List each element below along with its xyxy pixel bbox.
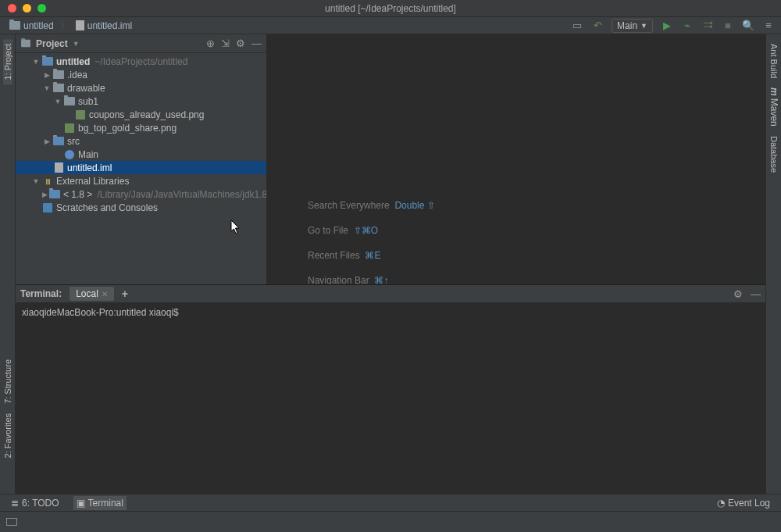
tree-row[interactable]: bg_top_gold_share.png	[16, 121, 266, 134]
tree-row[interactable]: ▶< 1.8 >/Library/Java/JavaVirtualMachine…	[16, 187, 266, 201]
tool-database-tab[interactable]: Database	[769, 131, 779, 177]
folder-icon	[53, 137, 64, 145]
log-icon: ◔	[717, 498, 725, 509]
folder-icon	[9, 21, 20, 30]
breadcrumb-item-project[interactable]: untitled	[6, 19, 57, 33]
class-icon	[65, 150, 74, 159]
project-icon	[21, 40, 30, 47]
tool-window-toggle-icon[interactable]	[6, 518, 17, 526]
panel-title-label: Project	[36, 38, 68, 49]
tree-row[interactable]: ▼untitled~/IdeaProjects/untitled	[16, 55, 266, 68]
expand-arrow-icon[interactable]: ▼	[31, 177, 41, 185]
expand-arrow-icon[interactable]: ▼	[31, 58, 41, 66]
device-icon[interactable]: ▭	[571, 20, 583, 32]
breadcrumb-separator-icon: 〉	[60, 19, 70, 32]
tree-node-label: untitled	[56, 56, 90, 67]
hide-panel-icon[interactable]: —	[251, 38, 262, 48]
titlebar: untitled [~/IdeaProjects/untitled]	[0, 0, 781, 17]
collapse-icon[interactable]: ⇲	[221, 38, 230, 48]
file-icon	[76, 20, 84, 30]
hide-panel-icon[interactable]: —	[751, 289, 761, 299]
tree-row[interactable]: Main	[16, 148, 266, 161]
gear-icon[interactable]: ⚙	[236, 38, 245, 48]
editor-tip: Search Everywhere Double ⇧	[308, 200, 435, 211]
search-icon[interactable]: 🔍	[742, 20, 754, 32]
breadcrumb: untitled 〉 untitled.iml	[6, 19, 135, 33]
settings-button[interactable]: ≡	[762, 20, 775, 32]
terminal-title: Terminal:	[20, 288, 62, 299]
tip-shortcut: ⇧⌘O	[354, 225, 378, 236]
tree-node-label: < 1.8 >	[63, 189, 92, 200]
tree-row[interactable]: ▼sub1	[16, 95, 266, 108]
expand-arrow-icon[interactable]: ▼	[42, 84, 52, 92]
todo-tab[interactable]: ≣ 6: TODO	[8, 496, 62, 510]
tip-shortcut: Double ⇧	[394, 200, 434, 211]
bottom-toolbar: ≣ 6: TODO ▣ Terminal ◔ Event Log	[0, 494, 781, 511]
tree-node-label: Main	[78, 149, 98, 160]
tree-row[interactable]: untitled.iml	[16, 161, 266, 174]
chevron-down-icon: ▼	[73, 40, 80, 48]
locate-icon[interactable]: ⊕	[206, 38, 215, 48]
expand-arrow-icon[interactable]: ▶	[42, 191, 48, 198]
tree-node-label: src	[67, 136, 80, 147]
run-button[interactable]: ▶	[661, 20, 673, 32]
panel-title[interactable]: Project ▼	[20, 38, 80, 49]
tool-maven-tab[interactable]: m Maven	[769, 83, 779, 131]
back-icon[interactable]: ↶	[591, 20, 604, 32]
library-icon: ⫼	[45, 177, 52, 185]
tool-project-tab[interactable]: 1: Project	[3, 39, 12, 84]
terminal-tab[interactable]: ▣ Terminal	[73, 496, 127, 510]
chevron-down-icon: ▼	[640, 22, 647, 30]
expand-arrow-icon[interactable]: ▼	[53, 98, 62, 105]
tip-label: Recent Files	[308, 250, 360, 261]
status-bar	[0, 511, 781, 532]
run-config-label: Main	[617, 20, 637, 31]
editor-tip: Go to File ⇧⌘O	[308, 225, 435, 236]
tool-structure-tab[interactable]: 7: Structure	[3, 355, 12, 409]
run-config-selector[interactable]: Main ▼	[612, 19, 653, 33]
stop-button[interactable]: ■	[722, 20, 734, 32]
image-file-icon	[76, 110, 85, 120]
tip-label: Search Everywhere	[308, 200, 390, 211]
event-log-tab[interactable]: ◔ Event Log	[714, 496, 773, 510]
expand-arrow-icon[interactable]: ▶	[42, 71, 52, 79]
terminal-output[interactable]: xiaoqideMacBook-Pro:untitled xiaoqi$	[16, 302, 765, 323]
event-log-label: Event Log	[728, 498, 770, 509]
tree-row[interactable]: ▼drawable	[16, 81, 266, 95]
terminal-prompt: xiaoqideMacBook-Pro:untitled xiaoqi$	[22, 307, 179, 318]
tool-favorites-tab[interactable]: 2: Favorites	[3, 409, 12, 462]
tree-row[interactable]: ▶.idea	[16, 68, 266, 81]
expand-arrow-icon[interactable]: ▶	[42, 137, 52, 145]
image-file-icon	[65, 123, 74, 133]
terminal-add-tab[interactable]: +	[122, 287, 128, 300]
close-icon[interactable]: ✕	[102, 290, 108, 298]
terminal-tab-local[interactable]: Local ✕	[70, 287, 114, 301]
tip-label: Go to File	[308, 225, 348, 236]
folder-icon	[53, 84, 64, 92]
tree-node-label: untitled.iml	[67, 162, 112, 173]
tree-node-label: bg_top_gold_share.png	[78, 123, 177, 134]
right-tool-stripe: Ant Build m Maven Database	[765, 34, 781, 494]
left-tool-stripe: 1: Project 7: Structure 2: Favorites	[0, 34, 16, 494]
iml-file-icon	[55, 162, 63, 173]
terminal-tab-label: Local	[76, 288, 98, 299]
jdk-icon	[49, 190, 60, 198]
debug-button[interactable]: ⌁	[681, 20, 694, 32]
breadcrumb-item-file[interactable]: untitled.iml	[73, 19, 135, 33]
tree-node-path: ~/IdeaProjects/untitled	[95, 56, 187, 67]
tree-node-label: .idea	[67, 70, 87, 80]
tree-node-label: Scratches and Consoles	[56, 202, 158, 213]
tree-row[interactable]: ▶src	[16, 134, 266, 148]
breadcrumb-label: untitled.iml	[87, 20, 132, 31]
coverage-button[interactable]: ⮆	[701, 20, 714, 32]
gear-icon[interactable]: ⚙	[733, 289, 743, 299]
tree-row[interactable]: ▼⫼External Libraries	[16, 174, 266, 187]
window-title: untitled [~/IdeaProjects/untitled]	[0, 3, 781, 14]
tree-row[interactable]: Scratches and Consoles	[16, 201, 266, 214]
scratch-icon	[43, 203, 52, 212]
tree-row[interactable]: coupons_already_used.png	[16, 108, 266, 121]
navigation-row: untitled 〉 untitled.iml ▭ ↶ Main ▼ ▶ ⌁ ⮆…	[0, 17, 781, 34]
tree-node-path: /Library/Java/JavaVirtualMachines/jdk1.8…	[97, 189, 266, 200]
terminal-icon: ▣	[77, 498, 85, 509]
tool-ant-tab[interactable]: Ant Build	[769, 39, 779, 83]
